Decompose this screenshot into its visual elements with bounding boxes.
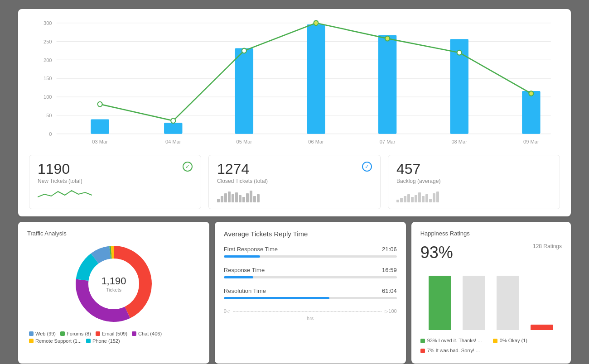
dot-loved	[420, 339, 425, 343]
bottom-row: Traffic Analysis	[18, 222, 571, 364]
donut-wrapper: 1,190 Tickets	[73, 243, 154, 325]
happiness-percent: 93%	[420, 243, 453, 262]
new-tickets-number: 1190	[38, 162, 82, 176]
response-time-value: 16:59	[382, 267, 397, 273]
resolution-time-value: 61:04	[382, 287, 397, 294]
svg-rect-18	[378, 35, 396, 134]
stat-card-closed-tickets: 1274 Closed Tickets (total) ✓	[208, 155, 381, 209]
happiness-panel: Happiness Ratings 93% 128 Ratings	[411, 222, 571, 364]
svg-rect-20	[522, 91, 540, 134]
resolution-time-fill	[224, 297, 329, 299]
svg-point-26	[457, 50, 462, 55]
dot-bad	[420, 349, 425, 353]
svg-text:09 Mar: 09 Mar	[523, 139, 539, 144]
donut-center: 1,190 Tickets	[101, 275, 126, 292]
legend-dot-forums	[60, 331, 65, 336]
svg-text:06 Mar: 06 Mar	[308, 139, 324, 144]
svg-point-25	[385, 36, 390, 41]
happiness-ratings-count: 128 Ratings	[533, 243, 562, 249]
stat-cards: 1190 New Tickets (total) ✓ 1274 Closed	[29, 155, 560, 209]
svg-point-24	[314, 20, 318, 25]
bar-loved	[429, 276, 451, 330]
top-panel: 300 250 200 150 100 50 0	[18, 9, 571, 216]
svg-rect-17	[307, 24, 325, 134]
bar-neutral	[497, 276, 519, 330]
stat-card-new-tickets: 1190 New Tickets (total) ✓	[29, 155, 201, 209]
svg-text:03 Mar: 03 Mar	[92, 139, 108, 144]
svg-text:50: 50	[46, 113, 52, 118]
svg-text:150: 150	[43, 76, 52, 81]
progress-axis-container: 0 ◁ ▷ 100 hrs	[224, 308, 397, 321]
chart-svg: 300 250 200 150 100 50 0	[29, 18, 560, 149]
svg-text:200: 200	[43, 57, 52, 62]
happiness-bar-neutral	[493, 276, 523, 330]
reply-panel: Average Tickets Reply Time First Respons…	[215, 222, 406, 364]
label-okay: 0% Okay (1)	[500, 336, 527, 345]
legend-label-email: Email (509)	[102, 331, 127, 336]
legend-dot-chat	[132, 331, 136, 336]
donut-label: Tickets	[101, 287, 126, 292]
resolution-time-label: Resolution Time	[224, 287, 266, 294]
svg-point-22	[171, 118, 175, 123]
bar-bad	[531, 325, 553, 330]
closed-tickets-number: 1274	[217, 162, 268, 176]
happiness-legend: 93% Loved it. Thanks! ... 0% Okay (1) 7%…	[420, 336, 562, 355]
legend-chat: Chat (406)	[132, 331, 162, 336]
legend-label-remote: Remote Support (1...	[35, 338, 82, 344]
legend-label-forums: Forums (8)	[67, 331, 91, 336]
happiness-bar-loved	[425, 276, 455, 330]
happiness-bar-okay	[459, 276, 489, 330]
legend-phone: Phone (152)	[86, 338, 120, 344]
closed-tickets-sparkline	[217, 190, 372, 202]
resolution-time-track	[224, 297, 397, 299]
new-tickets-check-icon: ✓	[183, 162, 193, 172]
legend-bad: 7% It was bad. Sorry! ...	[420, 346, 489, 355]
donut-container: 1,190 Tickets	[27, 243, 200, 325]
legend-label-chat: Chat (406)	[138, 331, 162, 336]
legend-dot-email	[96, 331, 100, 336]
legend-okay: 0% Okay (1)	[493, 336, 562, 345]
axis-unit: hrs	[224, 316, 397, 321]
svg-text:04 Mar: 04 Mar	[165, 139, 181, 144]
bar-okay	[463, 276, 485, 330]
svg-rect-14	[91, 119, 109, 134]
legend-dot-web	[29, 331, 34, 336]
response-time-fill	[224, 276, 253, 278]
donut-total: 1,190	[101, 275, 126, 287]
main-chart: 300 250 200 150 100 50 0	[29, 18, 560, 149]
legend-label-web: Web (99)	[35, 331, 56, 336]
first-response-track	[224, 255, 397, 258]
closed-tickets-check-icon: ✓	[362, 162, 372, 172]
traffic-panel: Traffic Analysis	[18, 222, 209, 364]
axis-end: 100	[388, 308, 396, 314]
stat-card-backlog: 457 Backlog (average)	[388, 155, 560, 209]
legend-loved: 93% Loved it. Thanks! ...	[420, 336, 489, 345]
svg-point-21	[98, 102, 102, 107]
first-response-value: 21:06	[382, 246, 397, 253]
legend-label-phone: Phone (152)	[92, 338, 120, 344]
svg-point-23	[242, 48, 246, 53]
happiness-title: Happiness Ratings	[420, 230, 562, 237]
svg-text:300: 300	[43, 20, 52, 26]
axis-line	[233, 311, 382, 311]
response-time-track	[224, 276, 397, 278]
happiness-bars	[420, 267, 562, 330]
reply-first-response: First Response Time 21:06	[224, 246, 397, 258]
backlog-label: Backlog (average)	[396, 178, 440, 184]
response-time-label: Response Time	[224, 267, 265, 273]
legend-forums: Forums (8)	[60, 331, 91, 336]
happiness-bar-bad	[527, 325, 557, 330]
svg-text:05 Mar: 05 Mar	[237, 139, 252, 144]
left-arrow: ◁	[227, 309, 230, 314]
svg-text:08 Mar: 08 Mar	[451, 139, 467, 144]
svg-text:250: 250	[43, 39, 52, 44]
reply-title: Average Tickets Reply Time	[224, 230, 397, 238]
svg-point-27	[529, 91, 533, 96]
dashboard: 300 250 200 150 100 50 0	[18, 9, 571, 364]
legend-dot-remote	[29, 339, 34, 343]
legend-remote: Remote Support (1...	[29, 338, 82, 344]
backlog-number: 457	[396, 162, 440, 176]
new-tickets-label: New Tickets (total)	[38, 178, 82, 184]
traffic-title: Traffic Analysis	[27, 230, 200, 237]
legend-web: Web (99)	[29, 331, 56, 336]
